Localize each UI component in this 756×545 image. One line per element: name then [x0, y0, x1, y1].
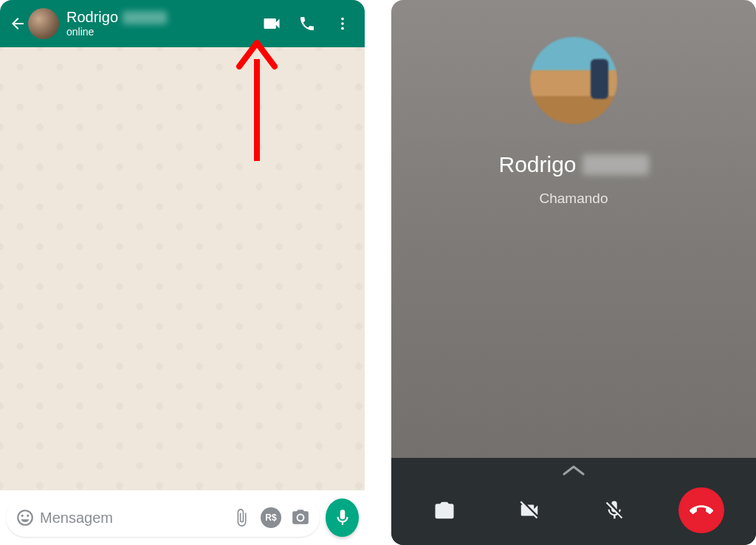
svg-point-0: [341, 18, 344, 21]
more-options-button[interactable]: [325, 6, 360, 41]
call-contact-name: Rodrigo: [391, 152, 756, 177]
switch-camera-icon: [433, 499, 456, 521]
contact-info[interactable]: Rodrigo online: [66, 9, 254, 38]
toggle-mic-button[interactable]: [594, 490, 635, 531]
end-call-button[interactable]: [678, 487, 724, 533]
back-button[interactable]: [4, 10, 31, 37]
toggle-video-button[interactable]: [509, 490, 550, 531]
call-contact-name-text: Rodrigo: [498, 152, 576, 177]
voice-call-button[interactable]: [289, 6, 325, 41]
chat-header: Rodrigo online: [0, 0, 365, 47]
contact-surname-blurred: [123, 11, 167, 24]
contact-avatar[interactable]: [28, 8, 59, 39]
chevron-up-icon[interactable]: [561, 464, 586, 477]
camera-button[interactable]: [286, 503, 315, 532]
voice-message-button[interactable]: [326, 498, 359, 537]
svg-point-2: [341, 27, 344, 30]
dots-vertical-icon: [334, 16, 351, 32]
chat-screen: Rodrigo online R$: [0, 0, 365, 545]
call-contact-avatar: [530, 37, 617, 124]
call-contact-surname-blurred: [583, 154, 649, 175]
call-button-row: [391, 487, 756, 533]
phone-icon: [298, 15, 316, 32]
call-footer: [391, 458, 756, 545]
message-input[interactable]: [40, 510, 227, 527]
message-input-pill: R$: [6, 498, 320, 537]
svg-point-1: [341, 22, 344, 25]
paperclip-icon: [232, 508, 251, 527]
payment-button[interactable]: R$: [256, 503, 286, 532]
message-input-bar: R$: [6, 496, 359, 539]
mic-icon: [333, 508, 352, 527]
video-call-button[interactable]: [254, 6, 289, 41]
chat-background[interactable]: [0, 47, 365, 490]
payment-icon: R$: [261, 507, 281, 528]
contact-status: online: [66, 26, 254, 38]
arrow-left-icon: [9, 15, 27, 32]
attach-button[interactable]: [227, 503, 256, 532]
emoji-icon: [16, 508, 35, 527]
switch-camera-button[interactable]: [424, 490, 465, 531]
mic-off-icon: [603, 499, 625, 521]
call-screen: Rodrigo Chamando: [391, 0, 756, 545]
hangup-icon: [690, 498, 713, 522]
emoji-button[interactable]: [10, 503, 40, 532]
call-status: Chamando: [391, 191, 756, 207]
contact-name-text: Rodrigo: [66, 9, 118, 26]
video-off-icon: [518, 499, 540, 521]
video-camera-icon: [261, 13, 282, 34]
camera-icon: [291, 508, 310, 527]
